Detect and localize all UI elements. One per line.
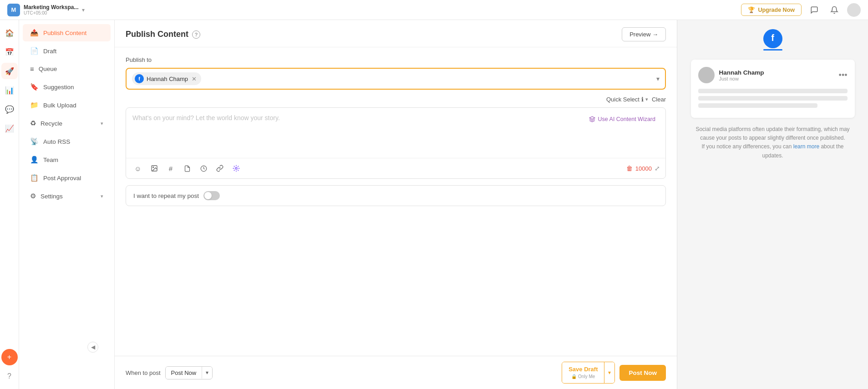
sidebar-item-post-approval[interactable]: 📋 Post Approval	[23, 169, 111, 187]
sidebar-item-label-publish: Publish Content	[43, 30, 86, 36]
sidebar-item-suggestion[interactable]: 🔖 Suggestion	[23, 78, 111, 96]
save-draft-button[interactable]: Save Draft 🔒 Only Me ▾	[562, 362, 615, 384]
clear-link[interactable]: Clear	[652, 96, 666, 103]
sidebar-item-label-team: Team	[43, 157, 58, 163]
svg-point-3	[235, 167, 237, 169]
sidebar-item-queue[interactable]: ≡ Queue	[23, 61, 111, 77]
upgrade-button[interactable]: 🏆 Upgrade Now	[741, 4, 802, 16]
rail-icon-reports[interactable]: 📈	[1, 120, 18, 136]
sidebar-item-label-queue: Queue	[39, 66, 57, 72]
emoji-icon[interactable]: ☺	[132, 162, 144, 175]
sidebar-item-settings[interactable]: ⚙ Settings ▾	[23, 187, 111, 205]
toggle-knob	[204, 192, 212, 199]
page-title: Publish Content	[126, 30, 188, 39]
add-button[interactable]: +	[1, 349, 18, 365]
schedule-icon[interactable]	[197, 162, 210, 175]
editor-body[interactable]: What's on your mind? Let the world know …	[126, 108, 665, 158]
suggestion-icon: 🔖	[30, 83, 39, 91]
fb-more-options-icon[interactable]: •••	[839, 71, 848, 80]
sidebar-item-team[interactable]: 👤 Team	[23, 151, 111, 168]
save-draft-chevron-icon[interactable]: ▾	[604, 362, 614, 383]
quick-select-chevron-icon[interactable]: ▾	[645, 96, 648, 102]
ai-icon[interactable]	[230, 162, 243, 175]
sidebar-item-label-rss: Auto RSS	[43, 138, 70, 145]
content-body: Publish to f Hannah Champ ✕ ▾ Quick Sele…	[115, 47, 677, 356]
sidebar-collapse-toggle[interactable]: ◀	[87, 342, 98, 353]
top-header: M Marketing Workspa... UTC+05:00 ▾ 🏆 Upg…	[0, 0, 868, 20]
editor-container: What's on your mind? Let the world know …	[126, 107, 666, 179]
repeat-label: I want to repeat my post	[133, 192, 199, 199]
expand-icon[interactable]: ⤢	[655, 165, 660, 172]
repeat-toggle[interactable]	[203, 191, 220, 200]
rail-icon-calendar[interactable]: 📅	[1, 44, 18, 60]
channel-remove-button[interactable]: ✕	[192, 76, 197, 82]
post-now-select[interactable]: Post Now ▾	[165, 366, 213, 379]
save-draft-label: Save Draft	[569, 366, 598, 374]
workspace-name: Marketing Workspa...	[24, 4, 78, 10]
publish-to-dropdown-chevron[interactable]: ▾	[656, 75, 660, 82]
sidebar-item-bulk-upload[interactable]: 📁 Bulk Upload	[23, 96, 111, 114]
workspace-avatar: M	[7, 4, 20, 16]
help-icon[interactable]: ?	[1, 368, 18, 384]
sidebar-item-auto-rss[interactable]: 📡 Auto RSS	[23, 133, 111, 150]
sidebar: 📤 Publish Content 📄 Draft ≡ Queue 🔖 Sugg…	[19, 20, 115, 389]
preview-notice: Social media platforms often update thei…	[691, 125, 855, 160]
fb-skeleton-line-2	[698, 96, 848, 101]
hashtag-icon[interactable]: #	[164, 162, 177, 175]
facebook-tab-icon: f	[763, 29, 782, 48]
delete-icon[interactable]: 🗑	[626, 165, 633, 172]
platform-tab-facebook[interactable]: f	[763, 29, 782, 51]
user-avatar[interactable]	[847, 3, 861, 17]
post-approval-icon: 📋	[30, 174, 39, 182]
image-icon[interactable]	[148, 162, 161, 175]
learn-more-link[interactable]: learn more	[793, 143, 819, 150]
footer-bar: When to post Post Now ▾ Save Draft 🔒 Onl…	[115, 356, 677, 389]
ai-wizard-button[interactable]: Use AI Content Wizard	[585, 114, 659, 124]
link-icon[interactable]	[213, 162, 226, 175]
fb-user-info: Hannah Champ Just now	[719, 69, 764, 81]
settings-chevron-icon: ▾	[101, 193, 103, 199]
rail-icon-publish[interactable]: 🚀	[1, 63, 18, 79]
repeat-row: I want to repeat my post	[126, 185, 666, 206]
auto-rss-icon: 📡	[30, 137, 39, 146]
fb-skeleton-line-3	[698, 103, 817, 108]
preview-button[interactable]: Preview →	[622, 27, 666, 41]
fb-preview-time: Just now	[719, 76, 764, 81]
recycle-chevron-icon: ▾	[101, 121, 103, 126]
messages-icon[interactable]	[807, 3, 822, 17]
post-now-chevron-icon[interactable]: ▾	[202, 367, 212, 379]
quick-select-row: Quick Select ℹ ▾ Clear	[126, 96, 666, 103]
help-circle-icon[interactable]: ?	[192, 30, 200, 39]
workspace-badge[interactable]: M Marketing Workspa... UTC+05:00 ▾	[7, 4, 85, 16]
document-icon[interactable]	[181, 162, 193, 175]
rail-icon-analytics[interactable]: 📊	[1, 82, 18, 98]
fb-preview-username: Hannah Champ	[719, 69, 764, 76]
settings-icon: ⚙	[30, 192, 36, 200]
notifications-icon[interactable]	[827, 3, 842, 17]
sidebar-item-recycle[interactable]: ♻ Recycle ▾	[23, 115, 111, 132]
editor-placeholder: What's on your mind? Let the world know …	[132, 114, 580, 121]
editor-toolbar: ☺ #	[126, 158, 665, 178]
publish-to-inner: f Hannah Champ ✕	[132, 72, 656, 85]
rail-icon-chat[interactable]: 💬	[1, 101, 18, 117]
publish-content-icon: 📤	[30, 29, 39, 37]
fb-card-header: Hannah Champ Just now •••	[698, 67, 848, 83]
facebook-tab-underline	[763, 49, 782, 51]
post-now-value: Post Now	[166, 367, 202, 379]
bulk-upload-icon: 📁	[30, 101, 39, 109]
main-wrapper: 🏠 📅 🚀 📊 💬 📈 + ? 📤 Publish Content 📄 Draf…	[0, 20, 868, 389]
char-count: 🗑 10000 ⤢	[626, 165, 660, 172]
preview-panel: f Hannah Champ Just now ••• Social media…	[677, 20, 868, 389]
icon-rail: 🏠 📅 🚀 📊 💬 📈 + ?	[0, 20, 19, 389]
char-count-value: 10000	[635, 165, 652, 172]
sidebar-item-draft[interactable]: 📄 Draft	[23, 42, 111, 60]
workspace-info: Marketing Workspa... UTC+05:00	[24, 4, 78, 15]
facebook-icon: f	[135, 74, 144, 83]
svg-point-1	[153, 167, 154, 168]
quick-select-info-icon[interactable]: ℹ	[641, 96, 644, 103]
rail-icon-home[interactable]: 🏠	[1, 25, 18, 41]
post-now-button[interactable]: Post Now	[619, 365, 666, 381]
workspace-timezone: UTC+05:00	[24, 10, 78, 15]
publish-to-box[interactable]: f Hannah Champ ✕ ▾	[126, 68, 666, 90]
sidebar-item-publish-content[interactable]: 📤 Publish Content	[23, 24, 111, 41]
